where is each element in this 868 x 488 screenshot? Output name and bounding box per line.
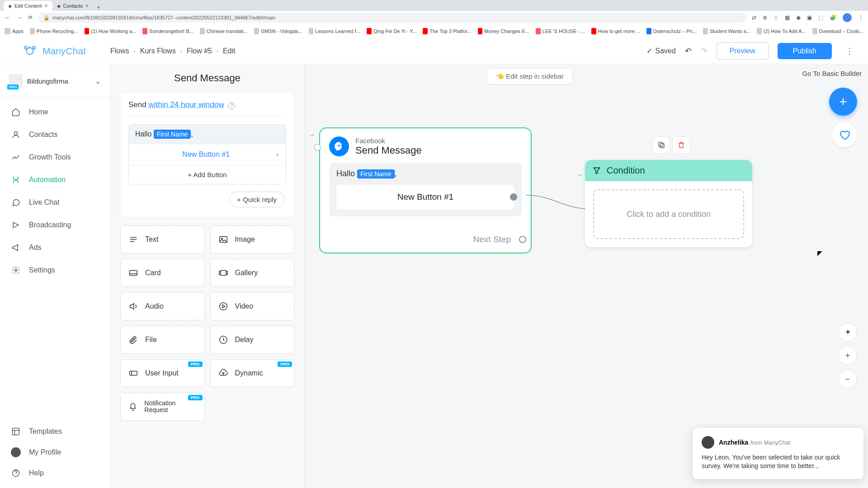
browser-chrome: ◈Edit Content× ◈Contacts× + ← → ⟳ 🔒manyc…	[0, 0, 868, 38]
block-audio[interactable]: Audio	[120, 292, 205, 320]
sidebar-item-growth[interactable]: Growth Tools	[0, 146, 110, 169]
bookmark-item[interactable]: Sonderangebot! B...	[142, 28, 193, 34]
bookmark-item[interactable]: (2) How To Add A...	[757, 28, 806, 34]
help-icon[interactable]: ?	[228, 102, 235, 109]
magic-button[interactable]: ✦	[838, 323, 857, 342]
bookmark-item[interactable]: Money Changes E...	[478, 28, 529, 34]
variable-chip[interactable]: First Name	[154, 130, 191, 139]
bookmark-item[interactable]: How to get more ...	[591, 28, 640, 34]
translate-icon[interactable]: ⇄	[752, 14, 756, 21]
node-condition[interactable]: Condition Click to add a condition	[585, 160, 752, 247]
bookmark-item[interactable]: Chinese translati...	[200, 28, 248, 34]
basic-builder-link[interactable]: Go To Basic Builder	[802, 70, 862, 77]
next-step-label[interactable]: Next Step	[329, 235, 522, 244]
bookmark-item[interactable]: Qing Fei De Yi - Y...	[367, 28, 416, 34]
block-delay[interactable]: Delay	[210, 326, 295, 354]
bookmark-item[interactable]: Apps	[5, 28, 24, 34]
message-block[interactable]: Hallo First Name, New Button #1 › + Add …	[128, 124, 286, 184]
block-card[interactable]: Card	[120, 259, 205, 287]
block-dynamic[interactable]: PRODynamic	[210, 359, 295, 387]
reload-button[interactable]: ⟳	[28, 14, 33, 21]
delete-button[interactable]	[673, 136, 690, 154]
block-video[interactable]: Video	[210, 292, 295, 320]
bookmark-item[interactable]: Datenschutz – Pri...	[646, 28, 697, 34]
flow-canvas[interactable]: 👈 Edit step in sidebar Go To Basic Build…	[305, 64, 868, 488]
send-window-link[interactable]: within 24 hour window	[148, 100, 224, 109]
lock-icon: 🔒	[43, 15, 50, 21]
ext-icon[interactable]: ⬚	[818, 14, 823, 21]
star-icon[interactable]: ☆	[774, 14, 778, 21]
undo-button[interactable]: ↶	[685, 46, 692, 56]
profile-avatar[interactable]	[843, 13, 852, 22]
browser-tab[interactable]: ◈Contacts×	[52, 1, 93, 11]
zoom-in-button[interactable]: +	[838, 346, 857, 365]
menu-icon[interactable]: ⋮	[858, 14, 863, 21]
duplicate-button[interactable]	[653, 136, 670, 154]
bookmark-item[interactable]: (1) How Working a...	[85, 28, 137, 34]
connector-out[interactable]	[519, 236, 526, 243]
breadcrumb-item[interactable]: Kurs Flows	[140, 47, 176, 55]
sidebar-item-automation[interactable]: Automation	[0, 169, 110, 191]
send-window-row[interactable]: Send within 24 hour window ?	[120, 100, 294, 116]
variable-chip[interactable]: First Name	[357, 169, 394, 178]
block-notification[interactable]: PRONotification Request	[120, 393, 205, 421]
block-gallery[interactable]: Gallery	[210, 259, 295, 287]
more-button[interactable]: ⋮	[841, 43, 858, 59]
ext-icon[interactable]: ▦	[785, 14, 790, 21]
puzzle-icon[interactable]: 🧩	[830, 14, 836, 21]
bookmark-item[interactable]: Phone Recycling...	[30, 28, 78, 34]
zoom-icon[interactable]: ⊕	[763, 14, 767, 21]
bookmark-item[interactable]: Download – Cooki...	[812, 28, 863, 34]
publish-button[interactable]: Publish	[778, 43, 832, 59]
logo[interactable]: ManyChat	[22, 43, 110, 59]
close-icon[interactable]: ×	[45, 3, 48, 9]
block-image[interactable]: Image	[210, 225, 295, 253]
block-file[interactable]: File	[120, 326, 205, 354]
ext-icon[interactable]: ▣	[807, 14, 812, 21]
breadcrumb-item[interactable]: Edit	[223, 47, 236, 55]
quick-reply-button[interactable]: + Quick reply	[229, 192, 284, 207]
bookmark-item[interactable]: The Top 3 Platfor...	[423, 28, 471, 34]
sidebar-item-livechat[interactable]: Live Chat	[0, 191, 110, 214]
forward-button[interactable]: →	[16, 14, 23, 21]
back-button[interactable]: ←	[5, 14, 11, 21]
sidebar-item-settings[interactable]: Settings	[0, 259, 110, 282]
redo-button[interactable]: ↷	[701, 46, 708, 56]
add-condition-button[interactable]: Click to add a condition	[593, 189, 744, 239]
message-text-row[interactable]: Hallo First Name,	[129, 125, 286, 144]
sidebar-item-profile[interactable]: My Profile	[0, 442, 110, 463]
url-bar[interactable]: 🔒manychat.com/fb198150208192618/cms/file…	[38, 13, 746, 23]
node-send-message[interactable]: Facebook Send Message Hallo First Name, …	[319, 127, 532, 253]
message-button-row[interactable]: New Button #1 ›	[129, 144, 286, 165]
support-chat-widget[interactable]: Anzhelika from ManyChat Hey Leon, You've…	[693, 428, 863, 479]
bookmark-item[interactable]: GMSN - Vologda...	[254, 28, 302, 34]
sidebar-item-templates[interactable]: Templates	[0, 421, 110, 442]
block-text[interactable]: Text	[120, 225, 205, 253]
connector-in[interactable]	[314, 144, 321, 151]
node-button[interactable]: New Button #1	[336, 185, 514, 209]
add-node-button[interactable]: +	[829, 88, 857, 116]
sidebar-item-broadcasting[interactable]: Broadcasting	[0, 214, 110, 236]
bookmark-item[interactable]: LEE 'S HOUSE - ...	[536, 28, 585, 34]
zoom-out-button[interactable]: −	[838, 370, 857, 389]
add-button[interactable]: + Add Button	[129, 165, 286, 184]
close-icon[interactable]: ×	[85, 3, 89, 9]
block-userinput[interactable]: PROUser Input	[120, 359, 205, 387]
preview-button[interactable]: Preview	[717, 42, 769, 60]
sidebar-item-help[interactable]: Help	[0, 463, 110, 483]
connector-out[interactable]	[510, 193, 517, 201]
chevron-down-icon: ⌄	[95, 77, 101, 85]
node-message-text[interactable]: Hallo First Name,	[336, 169, 514, 178]
sidebar-item-home[interactable]: Home	[0, 101, 110, 123]
sidebar-item-contacts[interactable]: Contacts	[0, 123, 110, 146]
sidebar-item-ads[interactable]: Ads	[0, 236, 110, 259]
new-tab-button[interactable]: +	[93, 4, 104, 11]
account-selector[interactable]: PRO Bildungsfirma ⌄	[0, 68, 110, 94]
bookmark-item[interactable]: Student Wants a...	[703, 28, 750, 34]
browser-tab[interactable]: ◈Edit Content×	[4, 1, 52, 11]
ext-icon[interactable]: ◉	[796, 14, 801, 21]
breadcrumb-item[interactable]: Flows	[110, 47, 129, 55]
bookmark-item[interactable]: Lessons Learned f...	[309, 28, 360, 34]
breadcrumb-item[interactable]: Flow #5	[187, 47, 212, 55]
favorite-button[interactable]	[832, 122, 857, 147]
